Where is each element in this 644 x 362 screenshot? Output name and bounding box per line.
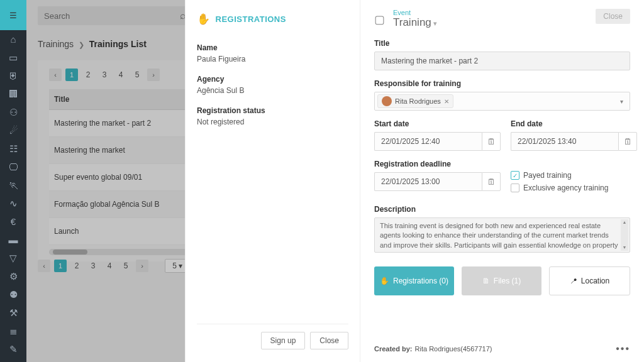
event-header: ▢ Event Training▾ Close [374,9,630,29]
registrations-heading: ✋ REGISTRATIONS [197,13,348,26]
nav-users-icon[interactable]: ⚉ [0,285,26,304]
nav-building-icon[interactable]: 🏢︎ [0,85,26,103]
title-label: Title [374,39,630,48]
nav-calendar-icon[interactable]: ☷ [0,140,26,158]
textarea-scrollbar[interactable]: ▲ ▼ [621,219,628,251]
end-date-label: End date [511,119,637,128]
checkbox-unchecked-icon [511,184,519,192]
exclusive-checkbox-row[interactable]: Exclusive agency training [511,184,630,192]
created-by-value: Rita Rodrigues(4567717) [415,345,492,353]
chevron-down-icon: ▾ [433,19,437,27]
chevron-down-icon: ▾ [620,98,623,105]
calendar-icon[interactable]: 🗓︎ [618,132,637,151]
nav-rail: ☰ ⌂ ▭ ⛨ 🏢︎ ⚇ ☄ ☷ 🖵 🏃︎ ∿ € ▬ ▽ ⚙ ⚉ ⚒ ≣ ✎ [0,0,26,362]
pin-icon: 📍︎ [570,277,577,285]
reg-name-value: Paula Figueira [197,55,348,63]
modal-dim-overlay [26,0,211,362]
file-icon: 🗎 [482,277,490,285]
nav-dashboard-icon[interactable]: ⌂ [0,30,26,48]
responsible-chip: Rita Rodrigues ✕ [377,94,453,108]
calendar-icon[interactable]: 🗓︎ [482,132,501,151]
avatar [382,96,392,106]
reg-agency-label: Agency [197,75,348,84]
nav-running-icon[interactable]: 🏃︎ [0,176,26,194]
event-kind-label: Event [393,9,437,16]
reg-name-label: Name [197,43,348,52]
nav-cursor-icon[interactable]: ☄ [0,121,26,140]
scroll-down-icon[interactable]: ▼ [621,244,628,251]
deadline-label: Registration deadline [374,160,501,168]
created-by-row: Created by: Rita Rodrigues(4567717) ••• [374,343,630,354]
close-button[interactable]: Close [310,332,348,349]
reg-status-label: Registration status [197,106,348,115]
calendar-icon[interactable]: 🗓︎ [482,172,501,191]
nav-card-icon[interactable]: ▭ [0,48,26,67]
presentation-icon: ▢ [374,13,388,26]
divider [197,324,348,324]
registrations-card[interactable]: ✋ Registrations (0) [374,266,454,295]
nav-settings-icon[interactable]: ⚙ [0,267,26,285]
nav-layers-icon[interactable]: ≣ [0,322,26,340]
description-label: Description [374,205,630,214]
hamburger-icon: ☰ [9,11,17,20]
created-by-label: Created by: [374,345,413,353]
hamburger-menu[interactable]: ☰ [0,0,26,30]
nav-activity-icon[interactable]: ∿ [0,194,26,212]
end-date-input[interactable] [511,132,618,151]
nav-gavel-icon[interactable]: ⚒ [0,304,26,322]
nav-edit-icon[interactable]: ✎ [0,340,26,358]
nav-presentation-icon[interactable]: ▽ [0,249,26,267]
event-type-dropdown[interactable]: Training▾ [393,16,437,29]
location-card[interactable]: 📍︎ Location [549,266,630,295]
deadline-input[interactable] [374,172,482,191]
signup-button[interactable]: Sign up [261,332,306,349]
hand-icon: ✋ [197,13,211,26]
scroll-up-icon[interactable]: ▲ [621,219,628,226]
remove-chip-icon[interactable]: ✕ [444,98,449,105]
nav-euro-icon[interactable]: € [0,212,26,231]
nav-shield-icon[interactable]: ⛨ [0,67,26,85]
more-menu-icon[interactable]: ••• [616,343,630,354]
nav-credit-icon[interactable]: ▬ [0,231,26,249]
responsible-select[interactable]: Rita Rodrigues ✕ ▾ [374,92,630,111]
payed-checkbox-row[interactable]: ✓ Payed training [511,171,630,180]
reg-agency-value: Agência Sul B [197,86,348,95]
reg-status-value: Not registered [197,118,348,126]
close-button[interactable]: Close [596,9,630,24]
start-date-label: Start date [374,119,501,128]
registrations-panel: ✋ REGISTRATIONS Name Paula Figueira Agen… [185,0,360,362]
event-detail-panel: ▢ Event Training▾ Close Title Responsibl… [360,0,644,362]
checkbox-checked-icon: ✓ [511,171,519,180]
hand-icon: ✋ [380,277,389,285]
start-date-input[interactable] [374,132,482,151]
files-card[interactable]: 🗎 Files (1) [462,266,541,295]
nav-monitor-icon[interactable]: 🖵 [0,158,26,176]
nav-user-icon[interactable]: ⚇ [0,103,26,121]
title-input[interactable] [374,52,630,70]
description-textarea[interactable]: This training event is designed for both… [374,217,630,253]
responsible-label: Responsible for training [374,79,630,88]
